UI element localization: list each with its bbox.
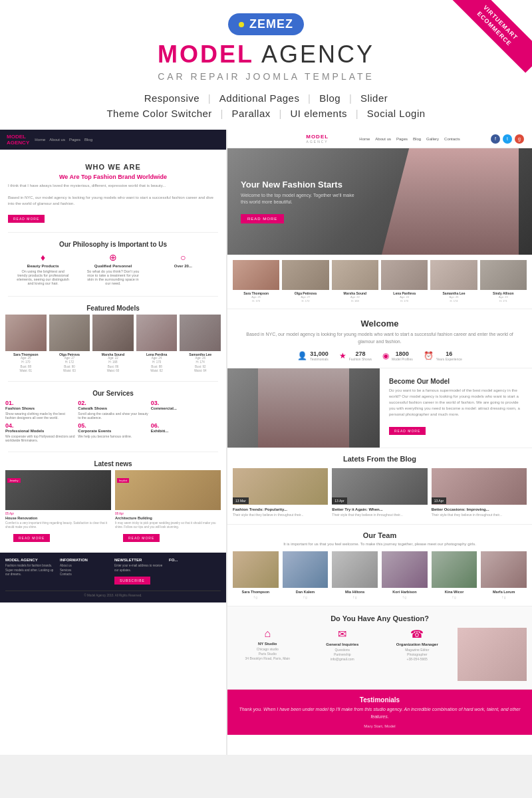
- title-highlight: MODEL: [158, 41, 254, 68]
- feature-social-login: Social Login: [367, 108, 426, 119]
- rp-nav-blog[interactable]: Blog: [413, 137, 421, 141]
- service-name-2: Catwalk Shows: [78, 406, 148, 410]
- news-date-1: 05 Apr: [5, 512, 111, 515]
- q-label-inquiries: General Inquiries: [308, 642, 378, 646]
- features-row-1: Responsive | Additional Pages | Blog | S…: [0, 92, 532, 104]
- rp-nav-pages[interactable]: Pages: [396, 137, 408, 141]
- lp-footer-col-1: MODEL AGENCY Fashion models for fashion …: [5, 558, 57, 587]
- question-item-photo: [458, 628, 527, 681]
- team-avatar-1: [233, 551, 279, 588]
- q-text-studio: Chicago studioParis Studio34 Brooklyn Ro…: [233, 647, 303, 661]
- become-person-silhouette: [258, 368, 349, 448]
- qualified-icon: ⊕: [86, 252, 140, 263]
- list-item: Sindy Allison Age: 23H: 171: [480, 260, 527, 303]
- list-item: Samantha Lee Age: 26H: 174Bust: 92Waist:…: [180, 315, 221, 373]
- subscribe-btn[interactable]: SUBSCRIBE: [114, 577, 150, 585]
- list-item: Marsha Sound Age: 22H: 168Bust: 86Waist:…: [92, 315, 134, 373]
- news-readmore-btn-2[interactable]: READ MORE: [123, 534, 160, 542]
- team-social-2: f g: [283, 595, 329, 599]
- lp-footer-col-2: INFORMATION About usServicesContacts: [60, 558, 112, 587]
- googleplus-icon[interactable]: g: [515, 134, 524, 144]
- list-item: Olga Petinova Age: 27H: 172: [282, 260, 329, 303]
- rp-hero-btn[interactable]: READ MORE: [241, 214, 284, 223]
- list-item: Sara Thompson Age: 25H: 170: [233, 260, 279, 303]
- model-detail-4: Age: 24H: 170Bust: 88Waist: 62: [136, 356, 178, 373]
- rp-model-img-2: [282, 260, 329, 290]
- list-item: Marfa Lorum f g: [481, 551, 527, 599]
- twitter-icon[interactable]: t: [503, 134, 512, 144]
- logo-text: ZEMEZ: [249, 17, 293, 31]
- rp-model-info-2: Age: 27H: 172: [282, 295, 329, 303]
- rp-nav-gallery[interactable]: Gallery: [426, 137, 439, 141]
- rp-model-info-4: Age: 24H: 170: [381, 295, 428, 303]
- lp-footer-col-4: FO...: [169, 558, 221, 587]
- rp-become-text: Do you want to be a famous supermodel of…: [389, 388, 523, 418]
- team-avatar-5: [432, 551, 477, 588]
- lp-nav-items: Home About us Pages Blog: [35, 138, 92, 142]
- rp-test-author: Mary Start, Model: [233, 724, 527, 728]
- rp-model-img-1: [233, 260, 279, 290]
- feature-ui-elements: UI elements: [291, 108, 348, 119]
- lp-services-title: Our Services: [0, 386, 226, 400]
- q-label-org: Organization Manager: [382, 642, 452, 646]
- news-badge-1: Jewelry: [7, 478, 21, 483]
- zemez-logo[interactable]: ZEMEZ: [228, 13, 304, 35]
- feature-blog: Blog: [319, 92, 340, 104]
- model-image-3: [92, 315, 134, 351]
- model-image-2: [49, 315, 90, 351]
- news-readmore-btn-1[interactable]: READ MORE: [13, 534, 50, 542]
- lp-news-title: Latest news: [0, 456, 226, 470]
- list-item: 03. Commercial...: [151, 400, 221, 420]
- lp-news-grid: Jewelry 05 Apr House Renovation Comfort …: [0, 470, 226, 553]
- rp-test-quote: Thank you. When I have been under model …: [233, 706, 527, 720]
- service-num-4: 04.: [5, 422, 75, 429]
- model-image-1: [5, 315, 47, 351]
- lp-logo: MODELAGENCY: [7, 134, 29, 146]
- rp-nav-contacts[interactable]: Contacts: [444, 137, 460, 141]
- rp-model-img-6: [480, 260, 527, 290]
- rp-nav-items: Home About us Pages Blog Gallery Contact…: [359, 137, 460, 141]
- service-num-3: 03.: [151, 400, 221, 406]
- list-item: Marsha Sound Age: 22H: 168: [332, 260, 378, 303]
- lp-nav-pages[interactable]: Pages: [69, 138, 80, 142]
- model-detail-2: Age: 27H: 172Bust: 90Waist: 63: [49, 356, 90, 373]
- list-item: Kori Harbison f g: [382, 551, 428, 599]
- service-num-6: 06.: [151, 422, 221, 429]
- lp-readmore-btn[interactable]: READ MORE: [8, 215, 45, 223]
- lp-services-grid: 01. Fashion Shows Show wearing clothing …: [0, 400, 226, 448]
- rp-nav-home[interactable]: Home: [359, 137, 370, 141]
- beauty-icon: ♦: [17, 252, 70, 263]
- preview-container: MODELAGENCY Home About us Pages Blog WHO…: [0, 130, 532, 755]
- q-label-studio: NY Studio: [233, 642, 303, 646]
- lp-phil-beauty-text: On using the brightest and trendy produc…: [17, 269, 70, 285]
- lp-phil-qualified-text: So what do you think? Don't you nice to …: [86, 269, 140, 285]
- footer-col-text-3: Enter your e-mail address to receive our…: [114, 564, 166, 573]
- service-name-5: Corporate Events: [78, 429, 148, 433]
- lp-nav-blog[interactable]: Blog: [84, 138, 92, 142]
- rp-become-btn[interactable]: READ MORE: [389, 427, 426, 435]
- logo-dot: [239, 22, 244, 27]
- q-text-inquiries: QuestionsPartnershipinfo@gmail.com: [308, 648, 378, 662]
- team-name-4: Kori Harbison: [382, 590, 428, 594]
- service-text-2: Scroll along the catwalks and show your …: [78, 412, 148, 420]
- list-item: Sara Thompson Age: 25H: 170Bust: 88Waist…: [5, 315, 47, 373]
- stat-model-profiles: ◉ 1800 Model Profiles: [382, 350, 413, 361]
- rp-model-img-5: [430, 260, 477, 290]
- team-avatar-6: [481, 551, 527, 588]
- footer-col-title-4: FO...: [169, 558, 221, 562]
- rp-model-info-3: Age: 22H: 168: [332, 295, 378, 303]
- blog-headline-1: Fashion Trends: Popularity...: [233, 507, 328, 511]
- lp-nav-about[interactable]: About us: [49, 138, 65, 142]
- rp-question-grid: ⌂ NY Studio Chicago studioParis Studio34…: [233, 628, 527, 681]
- news-badge-2: Implicit: [117, 478, 129, 483]
- service-text-5: We help you become famous online.: [78, 434, 148, 438]
- rp-logo-sub: AGENCY: [306, 140, 329, 144]
- rp-nav-about[interactable]: About us: [375, 137, 391, 141]
- facebook-icon[interactable]: f: [491, 134, 500, 144]
- lp-navbar: MODELAGENCY Home About us Pages Blog: [0, 130, 226, 150]
- news-text-1: Comfort is a very important thing regard…: [5, 521, 111, 530]
- model-profiles-icon: ◉: [382, 351, 389, 360]
- lp-nav-home[interactable]: Home: [35, 138, 45, 142]
- fashion-shows-icon: ★: [339, 351, 346, 360]
- feature-slider: Slider: [360, 92, 388, 104]
